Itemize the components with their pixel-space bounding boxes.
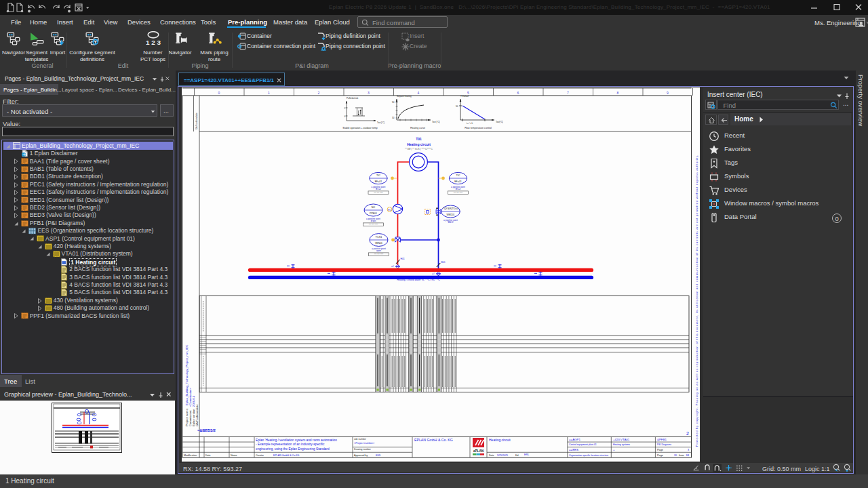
svg-text:1 2 3: 1 2 3 — [145, 39, 161, 46]
